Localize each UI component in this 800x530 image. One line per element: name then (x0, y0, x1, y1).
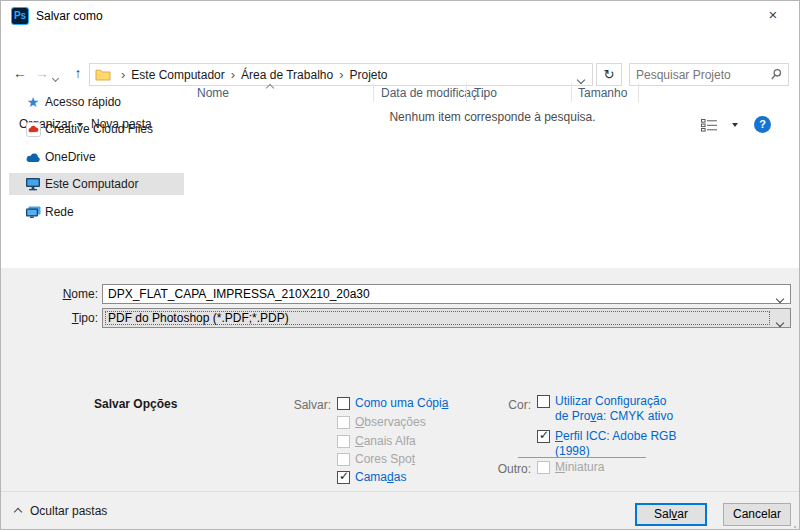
options-divider (518, 457, 646, 458)
file-name-label: Nome: (41, 287, 98, 301)
label-text: ipo: (79, 311, 98, 325)
hide-folders-label: Ocultar pastas (30, 504, 107, 518)
chevron-down-icon (776, 319, 784, 327)
file-type-value: PDF do Photoshop (*.PDF;*.PDP) (108, 311, 289, 325)
label-text: T (72, 311, 79, 325)
checkbox-label: Cores Spot (355, 452, 415, 467)
outro-group-label: Outro: (441, 462, 531, 476)
button-text: ar (677, 507, 688, 521)
checkbox-disabled (337, 416, 350, 429)
file-type-dropdown-button[interactable] (777, 315, 783, 329)
checkbox-checked[interactable]: ✓ (537, 430, 550, 443)
window-title: Salvar como (36, 9, 103, 23)
column-header-tipo[interactable]: Tipo (474, 86, 497, 100)
checkbox-perfil-icc[interactable]: ✓ Perfil ICC: Adobe RGB (1998) (537, 430, 676, 459)
chevron-up-icon (14, 508, 22, 516)
hide-folders-button[interactable]: Ocultar pastas (15, 504, 107, 518)
check-icon: ✓ (339, 469, 349, 483)
checkbox-label: Como uma Cópia (355, 396, 448, 411)
column-header-tamanho[interactable]: Tamanho (578, 86, 627, 100)
column-divider[interactable] (638, 83, 639, 102)
check-icon: ✓ (539, 428, 549, 442)
cancel-button[interactable]: Cancelar (723, 503, 791, 526)
network-icon (25, 204, 41, 220)
checkbox-label: Canais Alfa (355, 434, 416, 449)
navigation-sidebar: ★ Acesso rápido Creative Cloud Files One… (1, 83, 184, 268)
title-bar: Ps Salvar como × (1, 1, 799, 31)
address-bar: ← → ↑ › Este Computador › Área de Trabal… (1, 31, 799, 57)
column-divider[interactable] (373, 83, 374, 102)
chevron-down-icon (776, 295, 784, 303)
close-button[interactable]: × (753, 1, 793, 29)
sidebar-item-acesso-rapido[interactable]: ★ Acesso rápido (1, 91, 184, 113)
creative-cloud-icon (25, 121, 41, 137)
save-as-dialog: Ps Salvar como × ← → ↑ › Este Computador… (0, 0, 800, 530)
checkbox-label: Utilizar Configuração de Prova: CMYK ati… (555, 394, 673, 424)
sidebar-item-creative-cloud-files[interactable]: Creative Cloud Files (1, 118, 184, 140)
column-divider[interactable] (466, 83, 467, 102)
column-header-data-modificacao[interactable]: Data de modificaç... (381, 86, 487, 100)
label-text: N (63, 287, 72, 301)
checkbox-cores-spot: Cores Spot (337, 453, 415, 467)
file-type-label: Tipo: (41, 311, 98, 325)
sidebar-item-rede[interactable]: Rede (1, 201, 184, 223)
checkbox-checked[interactable]: ✓ (337, 471, 350, 484)
sidebar-item-label: Creative Cloud Files (45, 122, 153, 136)
command-toolbar: Organizar Nova pasta ? (1, 57, 799, 81)
checkbox-camadas[interactable]: ✓ Camadas (337, 471, 406, 485)
button-text: Sal (654, 507, 671, 521)
save-button[interactable]: Salvar (635, 503, 707, 526)
checkbox-observacoes: Observações (337, 416, 426, 430)
resize-grip[interactable] (794, 526, 796, 528)
onedrive-cloud-icon (25, 149, 41, 165)
photoshop-icon: Ps (11, 7, 29, 25)
file-name-combobox (102, 284, 791, 304)
checkbox-unchecked[interactable] (537, 395, 550, 408)
label-text: ome: (71, 287, 98, 301)
checkbox-unchecked[interactable] (337, 397, 350, 410)
dialog-footer: Ocultar pastas Salvar Cancelar (1, 491, 799, 530)
cor-group-label: Cor: (441, 398, 531, 412)
file-name-input[interactable] (108, 286, 758, 302)
salvar-group-label: Salvar: (241, 398, 331, 412)
checkbox-disabled (337, 453, 350, 466)
checkbox-label: Camadas (355, 470, 406, 485)
column-header-nome[interactable]: Nome (197, 86, 229, 100)
file-name-dropdown-button[interactable] (777, 291, 783, 305)
this-pc-monitor-icon (25, 176, 41, 192)
checkbox-disabled (537, 461, 550, 474)
checkbox-utilizar-configuracao-prova[interactable]: Utilizar Configuração de Prova: CMYK ati… (537, 395, 673, 424)
sidebar-item-este-computador[interactable]: Este Computador (9, 173, 184, 195)
close-icon: × (769, 6, 778, 23)
checkbox-label: Perfil ICC: Adobe RGB (1998) (555, 429, 676, 459)
checkbox-como-uma-copia[interactable]: Como uma Cópia (337, 397, 448, 411)
checkbox-miniatura: Miniatura (537, 461, 604, 475)
checkbox-label: Miniatura (555, 460, 604, 475)
sidebar-item-label: OneDrive (45, 150, 96, 164)
checkbox-canais-alfa: Canais Alfa (337, 435, 416, 449)
sort-ascending-icon (266, 84, 274, 92)
sidebar-item-label: Este Computador (45, 177, 138, 191)
checkbox-disabled (337, 435, 350, 448)
quick-access-star-icon: ★ (25, 94, 41, 110)
column-divider[interactable] (571, 83, 572, 102)
file-type-combobox[interactable]: PDF do Photoshop (*.PDF;*.PDP) (102, 308, 791, 328)
sidebar-item-label: Rede (45, 205, 74, 219)
sidebar-item-label: Acesso rápido (45, 95, 121, 109)
checkbox-label: Observações (355, 415, 426, 430)
save-options-heading: Salvar Opções (94, 397, 177, 411)
file-list: Nome Data de modificaç... Tipo Tamanho N… (184, 83, 800, 268)
sidebar-item-onedrive[interactable]: OneDrive (1, 146, 184, 168)
empty-list-message: Nenhum item corresponde à pesquisa. (184, 110, 800, 124)
